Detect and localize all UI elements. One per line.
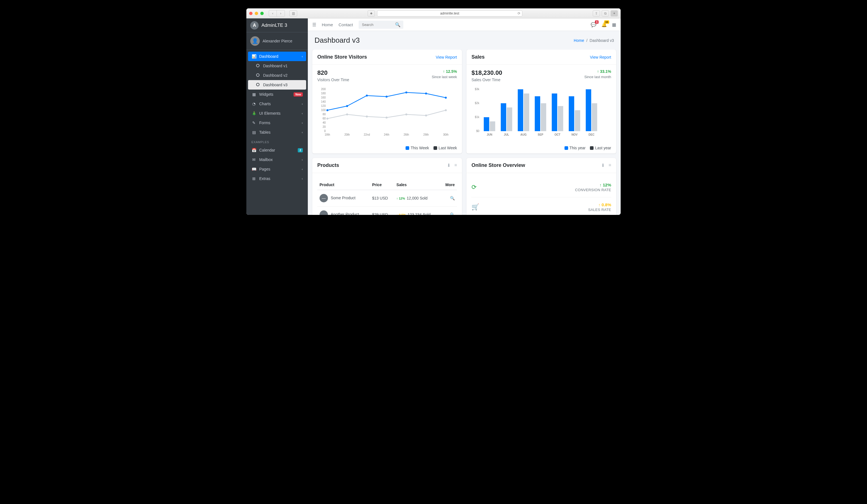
back-button[interactable]: ‹	[269, 10, 277, 17]
download-icon[interactable]: ⬇	[447, 163, 451, 168]
product-name: Another Product	[331, 212, 359, 215]
minimize-window[interactable]	[255, 12, 258, 15]
svg-point-27	[366, 116, 368, 118]
sidebar-item-dashboard[interactable]: 📊Dashboard‹	[248, 52, 306, 61]
product-price: $29 USD	[370, 207, 394, 215]
sidebar-item-widgets[interactable]: ▦WidgetsNew	[248, 90, 306, 99]
new-tab-button[interactable]: +	[611, 10, 618, 17]
svg-rect-50	[558, 106, 563, 131]
list-icon[interactable]: ≡	[609, 163, 611, 168]
list-icon[interactable]: ≡	[454, 163, 457, 168]
sales-report-link[interactable]: View Report	[590, 55, 611, 59]
th-icon: ▦	[251, 92, 256, 97]
svg-point-21	[386, 96, 388, 98]
visitors-report-link[interactable]: View Report	[436, 55, 457, 59]
sidebar-item-tables[interactable]: ▤Tables‹	[248, 128, 306, 137]
svg-rect-43	[518, 89, 523, 131]
edit-icon: ✎	[251, 121, 256, 125]
svg-rect-41	[507, 108, 512, 131]
user-panel[interactable]: 👤 Alexander Pierce	[246, 32, 308, 50]
sidebar-item-ui-elements[interactable]: 🎄UI Elements‹	[248, 109, 306, 118]
chevron-icon: ‹	[302, 131, 303, 134]
messages-icon[interactable]: 💬3	[591, 22, 596, 28]
svg-point-18	[327, 109, 329, 111]
nav-contact[interactable]: Contact	[339, 22, 353, 27]
sidebar-item-dashboard-v3[interactable]: Dashboard v3	[248, 80, 306, 90]
svg-point-20	[366, 95, 368, 97]
circle-icon	[255, 73, 260, 78]
search-icon[interactable]: 🔍	[450, 196, 455, 200]
url-text: adminlte.test	[440, 11, 459, 15]
chevron-icon: ‹	[302, 55, 303, 58]
chart-icon: ◔	[251, 101, 256, 106]
sidebar-item-extras[interactable]: ⊞Extras‹	[248, 174, 306, 183]
sidebar-item-forms[interactable]: ✎Forms‹	[248, 118, 306, 128]
svg-text:18th: 18th	[324, 133, 330, 136]
svg-point-28	[386, 117, 388, 119]
svg-rect-37	[484, 117, 489, 131]
search-icon[interactable]: 🔍	[395, 22, 400, 28]
forward-button[interactable]: ›	[277, 10, 285, 17]
sidebar-item-dashboard-v2[interactable]: Dashboard v2	[248, 70, 306, 80]
shield-icon[interactable]: ◆	[367, 10, 375, 17]
svg-rect-53	[575, 110, 580, 131]
nav-home[interactable]: Home	[322, 22, 333, 27]
breadcrumb-home[interactable]: Home	[574, 38, 584, 43]
download-icon[interactable]: ⬇	[601, 163, 605, 168]
close-window[interactable]	[249, 12, 253, 15]
calendar-icon: 📅	[251, 148, 256, 152]
tabs-icon[interactable]: ⧉	[602, 10, 609, 17]
circle-icon	[255, 64, 260, 68]
svg-rect-46	[535, 96, 540, 131]
svg-point-25	[327, 118, 329, 120]
overview-title: Online Store Overview	[471, 162, 525, 168]
sidebar-item-dashboard-v1[interactable]: Dashboard v1	[248, 61, 306, 70]
svg-point-30	[425, 115, 427, 117]
brand[interactable]: A AdminLTE 3	[246, 19, 308, 32]
visitors-card: Online Store Visitors View Report 820 Vi…	[312, 50, 462, 153]
brand-logo: A	[250, 21, 259, 30]
svg-text:100: 100	[321, 109, 326, 112]
main: ☰ Home Contact 🔍 💬3 🔔15 ▦ Dashboard v3 H…	[308, 19, 621, 215]
overview-delta: ↑ 12%	[575, 183, 611, 187]
visitors-delta: ↑ 12.5%	[432, 69, 457, 74]
mail-icon: ✉	[251, 157, 256, 162]
avatar: 👤	[250, 36, 260, 46]
visitors-title: Online Store Visitors	[317, 54, 367, 60]
notifications-badge: 15	[604, 20, 609, 24]
sidebar-item-pages[interactable]: 📖Pages‹	[248, 164, 306, 174]
svg-text:30th: 30th	[443, 133, 448, 136]
address-bar[interactable]: adminlte.test ⟳	[377, 10, 522, 17]
maximize-window[interactable]	[260, 12, 264, 15]
nav-header-examples: EXAMPLES	[248, 137, 306, 145]
svg-text:SEP: SEP	[538, 133, 543, 136]
svg-text:28th: 28th	[424, 133, 429, 136]
menu-icon[interactable]: ☰	[312, 22, 316, 28]
share-icon[interactable]: ⇪	[593, 10, 600, 17]
visitors-value: 820	[317, 69, 349, 76]
sidebar-item-mailbox[interactable]: ✉Mailbox‹	[248, 155, 306, 164]
svg-rect-56	[592, 103, 597, 131]
th-more: More	[440, 180, 457, 190]
product-price: $13 USD	[370, 190, 394, 207]
svg-text:JUL: JUL	[504, 133, 509, 136]
grid-icon[interactable]: ▦	[612, 22, 616, 28]
overview-card: Online Store Overview ⬇ ≡ ⟳ ↑ 12% CONVER…	[467, 158, 616, 215]
window-controls	[249, 12, 264, 15]
user-name: Alexander Pierce	[263, 39, 292, 43]
sidebar-toggle-icon[interactable]: ▥	[289, 10, 297, 17]
sidebar-item-calendar[interactable]: 📅Calendar2	[248, 145, 306, 155]
breadcrumb: Home / Dashboard v3	[574, 38, 614, 43]
sales-value: $18,230.00	[471, 69, 502, 76]
svg-text:160: 160	[321, 96, 326, 99]
svg-text:OCT: OCT	[555, 133, 560, 136]
svg-rect-47	[541, 103, 546, 131]
notifications-icon[interactable]: 🔔15	[601, 22, 607, 28]
circle-icon	[255, 83, 260, 87]
svg-text:20th: 20th	[344, 133, 350, 136]
sidebar-item-charts[interactable]: ◔Charts‹	[248, 99, 306, 109]
reload-icon[interactable]: ⟳	[517, 11, 520, 15]
svg-text:24th: 24th	[384, 133, 389, 136]
search-icon[interactable]: 🔍	[450, 212, 455, 215]
browser-titlebar: ‹ › ▥ ◆ adminlte.test ⟳ ⇪ ⧉ +	[246, 8, 621, 19]
